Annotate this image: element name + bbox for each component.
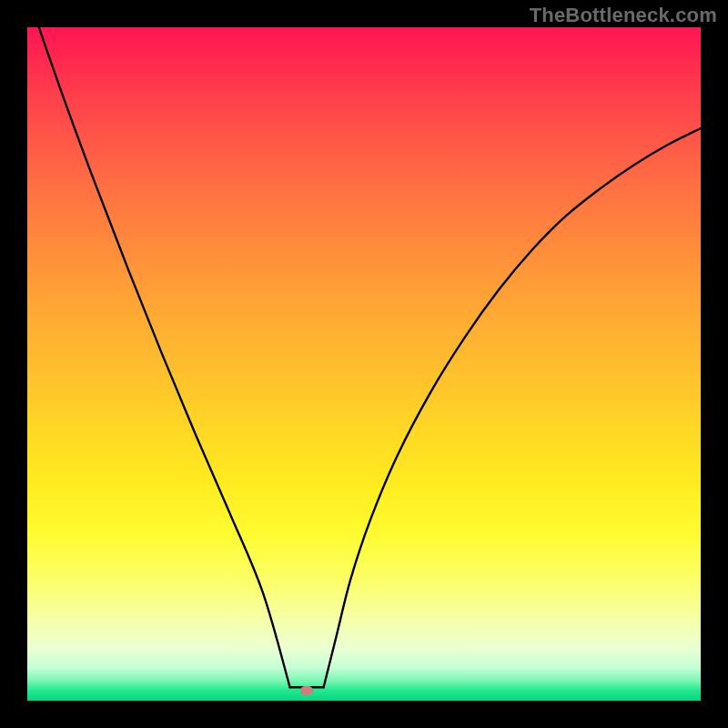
minimum-marker	[300, 686, 313, 695]
bottleneck-curve	[27, 27, 701, 701]
outer-frame: TheBottleneck.com	[0, 0, 728, 728]
watermark-text: TheBottleneck.com	[530, 4, 717, 27]
curve-right-branch	[324, 128, 701, 687]
curve-left-branch	[27, 27, 290, 687]
plot-area	[27, 27, 701, 701]
